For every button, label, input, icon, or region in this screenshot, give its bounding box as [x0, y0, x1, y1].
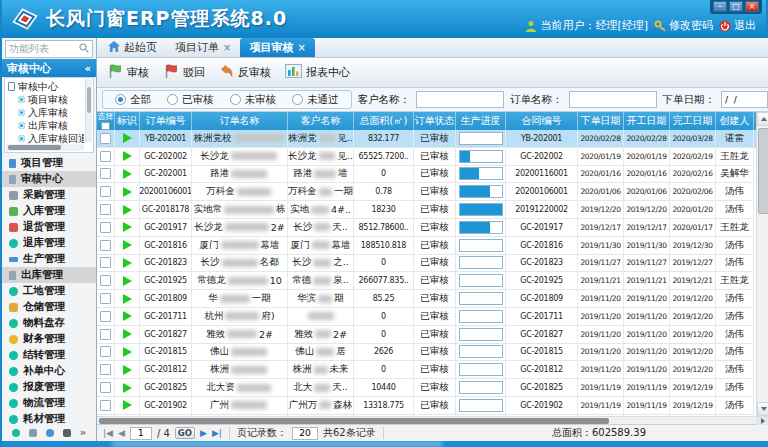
table-row[interactable]: GC-201711杭州府)0已审核GC-2017112019/11/202019…: [97, 308, 756, 326]
logout-button[interactable]: 退出: [719, 18, 756, 33]
horizontal-scrollbar[interactable]: [97, 416, 768, 424]
more-icon[interactable]: »: [80, 429, 86, 437]
page-size-input[interactable]: [292, 427, 318, 440]
row-checkbox[interactable]: [100, 346, 111, 357]
sidebar-item-8[interactable]: 出库管理: [2, 267, 96, 283]
table-row[interactable]: GC-202001路港路港墙0已审核202001160012020/01/162…: [97, 166, 756, 184]
status-radio-3[interactable]: 未审核: [230, 93, 277, 107]
sidebar-item-13[interactable]: 结转管理: [2, 347, 96, 363]
table-row[interactable]: GC-201825北大资北大天..10440已审核GC-2018252019/1…: [97, 379, 756, 397]
sidebar-item-6[interactable]: 退库管理: [2, 235, 96, 251]
row-checkbox[interactable]: [100, 364, 111, 375]
radio-icon[interactable]: [167, 94, 178, 105]
column-header-5[interactable]: 客户名称: [288, 112, 354, 130]
scroll-up-icon[interactable]: [757, 112, 768, 126]
table-row[interactable]: GC-202002长沙龙长沙龙见..65525.7200..已审核GC-2020…: [97, 148, 756, 166]
tree-item-2[interactable]: 入库审核: [8, 106, 84, 119]
tree-item-1[interactable]: 项目审核: [8, 93, 84, 106]
customer-name-input[interactable]: [416, 91, 504, 108]
minimize-button[interactable]: –: [713, 1, 727, 12]
tree-root[interactable]: 审核中心: [8, 80, 84, 93]
radio-icon[interactable]: [230, 94, 241, 105]
circle-icon[interactable]: [12, 429, 20, 437]
maximize-button[interactable]: □: [729, 1, 743, 12]
tab-3[interactable]: 项目审核×: [240, 38, 314, 57]
row-checkbox[interactable]: [100, 204, 111, 215]
tab-close-icon[interactable]: ×: [297, 42, 305, 53]
column-header-7[interactable]: 订单状态: [414, 112, 456, 130]
table-row[interactable]: GC-201827雅致2#雅致2#0已审核GC-2018272019/11/20…: [97, 326, 756, 344]
table-row[interactable]: YB-202001株洲党校株洲党见..832.177已审核YB-20200120…: [97, 130, 756, 148]
tab-2[interactable]: 项目订单×: [166, 38, 240, 57]
sidebar-item-2[interactable]: 审核中心: [2, 171, 96, 187]
sidebar-item-3[interactable]: 采购管理: [2, 187, 96, 203]
column-header-8[interactable]: 生产进度: [456, 112, 506, 130]
row-checkbox[interactable]: [100, 222, 111, 233]
row-checkbox[interactable]: [100, 329, 111, 340]
status-radio-1[interactable]: 全部: [115, 93, 151, 107]
row-checkbox[interactable]: [100, 400, 111, 411]
status-radio-2[interactable]: 已审核: [167, 93, 214, 107]
column-header-6[interactable]: 总面积(㎡): [354, 112, 414, 130]
toolbar-button-4[interactable]: 报表中心: [285, 64, 350, 81]
column-header-11[interactable]: 开工日期: [624, 112, 670, 130]
row-checkbox[interactable]: [100, 275, 111, 286]
change-password-button[interactable]: 修改密码: [654, 18, 713, 33]
vertical-scrollbar-thumb[interactable]: [758, 128, 768, 214]
tab-close-icon[interactable]: ×: [223, 42, 231, 53]
first-page-icon[interactable]: |◀: [103, 428, 113, 438]
column-header-4[interactable]: 订单名称: [192, 112, 288, 130]
cart-icon[interactable]: [29, 429, 37, 437]
sidebar-item-1[interactable]: 项目管理: [2, 155, 96, 171]
tree-horizontal-scrollbar[interactable]: [6, 144, 84, 151]
status-radio-4[interactable]: 未通过: [292, 93, 339, 107]
order-date-from-input[interactable]: [721, 91, 767, 108]
sidebar-item-9[interactable]: 工地管理: [2, 283, 96, 299]
sidebar-item-4[interactable]: 入库管理: [2, 203, 96, 219]
row-checkbox[interactable]: [100, 186, 111, 197]
row-checkbox[interactable]: [100, 168, 111, 179]
tree-item-3[interactable]: 出库审核: [8, 119, 84, 132]
vertical-scrollbar[interactable]: [756, 112, 768, 416]
row-checkbox[interactable]: [100, 382, 111, 393]
collapse-icon[interactable]: «: [85, 63, 91, 74]
table-row[interactable]: GC-201815佛山佛山居2626已审核GC-2018152019/11/20…: [97, 344, 756, 362]
scroll-down-icon[interactable]: [757, 402, 768, 416]
horizontal-scrollbar-thumb[interactable]: [99, 418, 609, 424]
row-checkbox[interactable]: [100, 257, 111, 268]
last-page-icon[interactable]: ▶|: [212, 428, 222, 438]
row-checkbox[interactable]: [100, 133, 111, 144]
close-button[interactable]: ×: [745, 1, 759, 12]
toolbar-button-3[interactable]: 反审核: [219, 64, 271, 82]
sidebar-item-10[interactable]: 仓储管理: [2, 299, 96, 315]
sidebar-item-7[interactable]: 生产管理: [2, 251, 96, 267]
select-all-checkbox[interactable]: [101, 122, 110, 130]
table-row[interactable]: GC-201917长沙龙2#长沙天..8512.78600..已审核GC-201…: [97, 219, 756, 237]
column-header-9[interactable]: 合同编号: [506, 112, 578, 130]
tab-1[interactable]: 起始页: [99, 38, 166, 57]
radio-icon[interactable]: [292, 94, 303, 105]
person-icon[interactable]: [63, 429, 71, 437]
toolbar-button-2[interactable]: 驳回: [163, 63, 205, 82]
column-header-3[interactable]: 订单编号: [140, 112, 192, 130]
table-row[interactable]: GC-201823长沙名都长沙之..0已审核GC-2018232019/11/2…: [97, 255, 756, 273]
order-name-input[interactable]: [569, 91, 657, 108]
next-page-icon[interactable]: ▶: [200, 428, 207, 438]
table-row[interactable]: GC-201812株洲株洲未来0已审核GC-2018122019/11/2020…: [97, 361, 756, 379]
sidebar-item-15[interactable]: 报废管理: [2, 379, 96, 395]
row-checkbox[interactable]: [100, 240, 111, 251]
scroll-right-icon[interactable]: [756, 417, 768, 425]
sidebar-item-14[interactable]: 补单中心: [2, 363, 96, 379]
page-number-input[interactable]: [130, 427, 152, 440]
row-checkbox[interactable]: [100, 151, 111, 162]
function-search-input[interactable]: 功能列表: [5, 40, 93, 58]
table-row[interactable]: GC-201816厦门幕墙厦门幕墙188510.818已审核GC-2018162…: [97, 237, 756, 255]
sidebar-item-12[interactable]: 财务管理: [2, 331, 96, 347]
column-header-10[interactable]: 下单日期: [578, 112, 624, 130]
column-header-12[interactable]: 完工日期: [670, 112, 716, 130]
table-row[interactable]: GC-2018178实地常栋实地4#..18230已审核201912200022…: [97, 201, 756, 219]
column-header-1[interactable]: 选择: [97, 112, 115, 130]
toolbar-button-1[interactable]: 审核: [107, 63, 149, 82]
column-header-2[interactable]: 标识: [115, 112, 140, 130]
radio-icon[interactable]: [115, 94, 126, 105]
